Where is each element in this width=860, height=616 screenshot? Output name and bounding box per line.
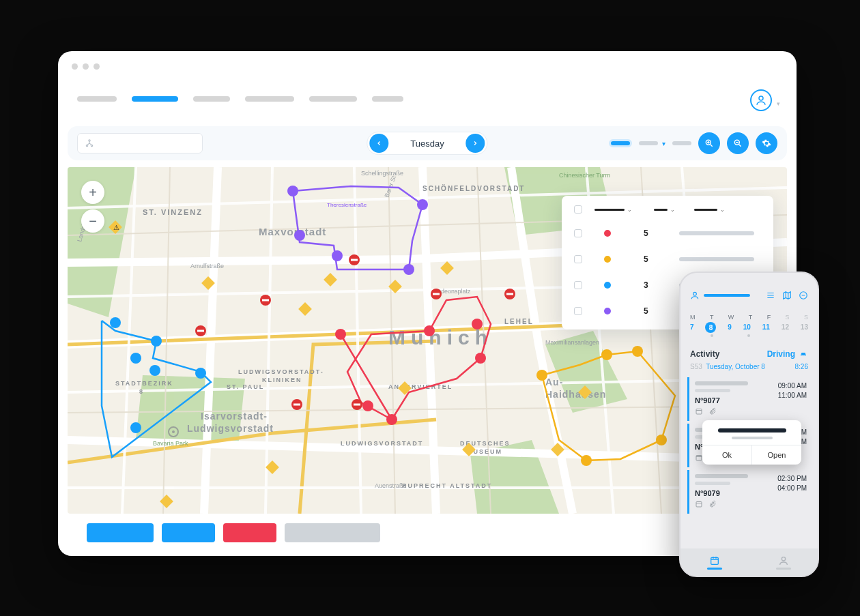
chevron-down-icon[interactable]: ⌄ (670, 207, 675, 213)
attachment-icon (708, 407, 717, 415)
nav-item-active[interactable] (132, 96, 178, 102)
svg-rect-89 (696, 502, 702, 508)
svg-point-44 (475, 353, 486, 364)
footer-button[interactable] (285, 523, 380, 542)
map-icon[interactable] (782, 291, 792, 300)
filter-toggle[interactable] (609, 139, 632, 147)
day-number[interactable]: 8 (705, 322, 716, 333)
settings-button[interactable] (756, 132, 777, 154)
tab-schedule[interactable] (707, 555, 722, 570)
chevron-down-icon[interactable]: ⌄ (627, 207, 632, 213)
search-input[interactable] (77, 133, 203, 153)
day-number[interactable]: 7 (690, 323, 694, 333)
zoom-in-button[interactable] (698, 132, 720, 154)
svg-text:Maxvorstadt: Maxvorstadt (259, 226, 326, 237)
map-zoom-out-button[interactable]: − (81, 209, 104, 233)
svg-rect-72 (351, 259, 358, 261)
route-checkbox[interactable] (574, 281, 582, 289)
route-row[interactable]: 5 (562, 246, 773, 272)
svg-text:ST. PAUL: ST. PAUL (227, 383, 264, 390)
route-checkbox[interactable] (574, 307, 582, 315)
day-number[interactable]: 11 (762, 323, 770, 333)
card-id: N°9079 (695, 489, 748, 497)
day-number[interactable]: 12 (782, 323, 789, 333)
footer-button[interactable] (87, 523, 154, 542)
nav-item[interactable] (309, 96, 357, 102)
route-name-placeholder (679, 257, 754, 261)
gear-icon (762, 138, 771, 148)
minus-circle-icon[interactable] (799, 291, 808, 300)
svg-point-55 (601, 349, 612, 360)
route-color-dot (604, 308, 611, 314)
svg-text:Haidhausen: Haidhausen (545, 389, 606, 400)
chevron-left-icon (375, 140, 382, 147)
filter-item[interactable] (672, 141, 691, 145)
svg-rect-60 (440, 261, 454, 275)
day-number[interactable]: 13 (801, 323, 808, 333)
route-checkbox[interactable] (574, 255, 582, 263)
svg-text:Maximiliansanlagen: Maximiliansanlagen (545, 339, 599, 346)
avatar-caret-icon[interactable]: ▾ (777, 100, 780, 107)
next-day-button[interactable] (466, 134, 485, 153)
zoom-out-button[interactable] (727, 132, 749, 154)
day-number[interactable]: 10 (743, 323, 751, 333)
hierarchy-icon (85, 138, 94, 148)
route-row[interactable]: 5 (562, 220, 773, 246)
route-color-dot (604, 282, 611, 289)
window-dot[interactable] (83, 63, 89, 70)
footer-button[interactable] (162, 523, 215, 542)
route-color-dot (604, 230, 611, 237)
svg-point-2 (86, 145, 87, 146)
toolbar: Tuesday ▾ (68, 126, 787, 160)
select-all-checkbox[interactable] (574, 205, 582, 214)
svg-point-53 (656, 435, 667, 445)
phone-mockup: MTWTFSS 78910111213 Activity Driving S53… (679, 272, 819, 577)
nav-item[interactable] (245, 96, 294, 102)
footer-button[interactable] (223, 523, 276, 542)
svg-point-84 (172, 430, 175, 433)
nav-item[interactable] (77, 96, 117, 102)
top-nav (77, 96, 403, 102)
popup-ok-button[interactable]: Ok (702, 445, 751, 465)
zoom-in-icon (704, 138, 714, 148)
svg-rect-78 (506, 293, 513, 295)
svg-text:ST. VINZENZ: ST. VINZENZ (143, 208, 203, 216)
avatar[interactable] (750, 89, 772, 111)
schedule-card[interactable]: N°9077 09:00 AM11:00 AM (687, 377, 811, 421)
filter-item[interactable] (639, 141, 658, 145)
svg-point-42 (424, 325, 435, 336)
svg-rect-58 (324, 273, 337, 287)
svg-rect-70 (262, 299, 269, 302)
date-row: S53 Tuesday, October 8 8:26 (680, 360, 818, 375)
svg-rect-67 (160, 495, 173, 508)
list-icon[interactable] (766, 291, 775, 300)
tab-profile[interactable] (776, 555, 791, 570)
chevron-down-icon[interactable]: ⌄ (720, 207, 725, 213)
day-number[interactable]: 9 (728, 323, 732, 333)
activity-value[interactable]: Driving (767, 349, 808, 359)
dropdown-caret-icon[interactable]: ▾ (662, 140, 665, 147)
nav-item[interactable] (372, 96, 403, 102)
schedule-card[interactable]: N°9079 02:30 PM04:00 PM (687, 470, 811, 514)
window-dot[interactable] (94, 63, 100, 70)
svg-point-38 (417, 199, 428, 210)
map-zoom-in-button[interactable]: + (81, 181, 104, 204)
footer-actions (87, 523, 380, 542)
nav-item[interactable] (193, 96, 230, 102)
svg-rect-74 (293, 404, 300, 406)
route-count: 5 (644, 254, 664, 264)
zoom-out-icon (733, 138, 743, 148)
svg-rect-76 (433, 293, 440, 295)
map-zoom-controls: + − (81, 181, 104, 233)
calendar-icon (695, 407, 703, 415)
svg-text:LUDWIGSVORSTADT: LUDWIGSVORSTADT (341, 440, 423, 447)
route-checkbox[interactable] (574, 229, 582, 237)
prev-day-button[interactable] (369, 134, 388, 153)
day-header: M (690, 314, 696, 321)
popup-dialog: Ok Open (702, 420, 801, 465)
calendar-icon (709, 555, 720, 566)
svg-point-85 (693, 292, 697, 295)
activity-label: Activity (690, 349, 719, 359)
popup-open-button[interactable]: Open (751, 445, 801, 465)
window-dot[interactable] (72, 63, 78, 70)
